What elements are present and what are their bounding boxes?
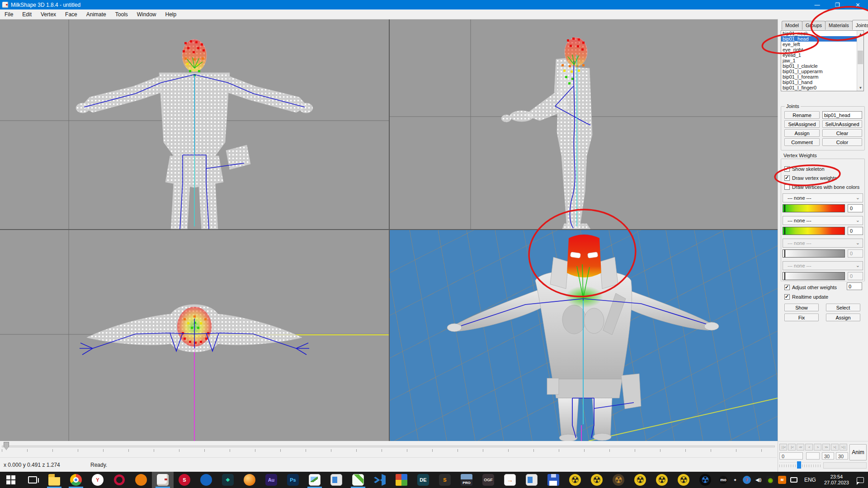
- bone-dropdown[interactable]: --- none --- ⌄: [783, 239, 863, 248]
- maximize-button[interactable]: ❐: [827, 0, 848, 9]
- joint-list-item[interactable]: eyelid_1: [781, 52, 857, 58]
- tray-satellite-icon[interactable]: ⌖: [729, 472, 741, 488]
- frame-current-field[interactable]: [779, 452, 803, 460]
- minimize-button[interactable]: —: [807, 0, 827, 9]
- yandex-icon[interactable]: Y: [87, 472, 108, 488]
- panel-tab[interactable]: Materials: [825, 21, 853, 30]
- realtime-update-checkbox[interactable]: Realtime update: [784, 294, 828, 300]
- substance-icon[interactable]: S: [174, 472, 195, 488]
- keyframe-bar[interactable]: [0, 441, 777, 457]
- joint-list-item[interactable]: bip01_l_upperarm: [781, 69, 857, 74]
- joint-list[interactable]: bip01_neckbip01_headeye_lefteye_righteye…: [781, 30, 864, 91]
- joint-list-item[interactable]: bip01_l_clavicle: [781, 63, 857, 69]
- menu-item[interactable]: File: [0, 10, 18, 19]
- joint-list-item[interactable]: bip01_head: [781, 36, 857, 42]
- rename-button[interactable]: Rename: [784, 111, 820, 119]
- stalker-icon-7[interactable]: ☢: [694, 472, 716, 488]
- image-viewer-icon[interactable]: [304, 472, 326, 488]
- weight-value[interactable]: 0: [848, 227, 863, 235]
- stalker-icon-6[interactable]: ☢: [673, 472, 694, 488]
- menu-item[interactable]: Help: [160, 10, 181, 19]
- frame-count-field-1[interactable]: [822, 452, 834, 460]
- panel-tab[interactable]: Model: [782, 21, 802, 30]
- xml-convert-icon[interactable]: →: [499, 472, 521, 488]
- assign-button[interactable]: Assign: [784, 129, 820, 137]
- menu-item[interactable]: Edit: [18, 10, 36, 19]
- anim-toggle-button[interactable]: Anim: [849, 444, 867, 460]
- tray-badge7-icon[interactable]: 7: [741, 472, 753, 488]
- weight-gradient-bar[interactable]: [783, 227, 845, 235]
- scroll-down-icon[interactable]: ▼: [857, 84, 864, 91]
- blocks-icon[interactable]: [391, 472, 412, 488]
- anim-nav-button[interactable]: >>: [822, 444, 830, 450]
- filmora-icon[interactable]: ❖: [217, 472, 239, 488]
- scroll-up-icon[interactable]: ▲: [857, 31, 864, 37]
- weight-gradient-bar[interactable]: [783, 272, 845, 280]
- chrome-icon[interactable]: [65, 472, 87, 488]
- vw-checkbox[interactable]: Show skeleton: [784, 166, 825, 172]
- select-button[interactable]: Select: [826, 304, 860, 311]
- anim-nav-button[interactable]: ||<: [779, 444, 787, 450]
- menu-item[interactable]: Animate: [82, 10, 111, 19]
- joint-name-field[interactable]: [822, 111, 862, 119]
- joint-list-item[interactable]: bip01_l_finger0: [781, 85, 857, 90]
- anim-nav-button[interactable]: <: [805, 444, 813, 450]
- window-app-icon[interactable]: [326, 472, 347, 488]
- viewport-front[interactable]: [0, 19, 389, 229]
- vw-checkbox[interactable]: Draw vertex weights: [784, 175, 837, 181]
- tray-nvidia-icon[interactable]: ◉: [764, 472, 776, 488]
- show-button[interactable]: Show: [784, 304, 819, 311]
- joint-list-item[interactable]: bip01_l_forearm: [781, 74, 857, 80]
- tray-java-icon[interactable]: ≋: [776, 472, 788, 488]
- comment-button[interactable]: Comment: [784, 138, 820, 146]
- clear-button[interactable]: Clear: [822, 129, 862, 137]
- stalker-icon-3[interactable]: ☢: [608, 472, 629, 488]
- ogf-icon[interactable]: OGF: [477, 472, 499, 488]
- fix-button[interactable]: Fix: [784, 314, 819, 321]
- language-indicator[interactable]: ENG: [800, 477, 821, 483]
- file-explorer-icon[interactable]: [43, 472, 65, 488]
- blender-icon[interactable]: [130, 472, 152, 488]
- sel-assigned-button[interactable]: SelAssigned: [784, 120, 820, 128]
- weight-gradient-bar[interactable]: [783, 249, 845, 258]
- color-button[interactable]: Color: [822, 138, 862, 146]
- anim-slider-thumb[interactable]: [797, 461, 801, 469]
- tray-mwo-icon[interactable]: mo: [717, 472, 729, 488]
- joint-list-item[interactable]: bip01_neck: [781, 31, 857, 36]
- anim-nav-button[interactable]: >||: [840, 444, 847, 450]
- notification-center-button[interactable]: [853, 472, 868, 488]
- bone-dropdown[interactable]: --- none --- ⌄: [783, 216, 863, 225]
- joint-list-item[interactable]: jaw_1: [781, 58, 857, 63]
- joint-list-item[interactable]: bip01_l_hand: [781, 80, 857, 85]
- photoshop-icon[interactable]: Ps: [282, 472, 304, 488]
- menu-item[interactable]: Face: [61, 10, 82, 19]
- window-app-icon[interactable]: [521, 472, 542, 488]
- viewport-top[interactable]: [0, 230, 389, 441]
- sublime-icon[interactable]: S: [434, 472, 456, 488]
- game-pro-icon[interactable]: PRO: [456, 472, 477, 488]
- viewport-3d[interactable]: [390, 230, 778, 441]
- milkshape-icon[interactable]: [152, 472, 174, 488]
- notepadpp-icon[interactable]: [347, 472, 369, 488]
- bone-dropdown[interactable]: --- none --- ⌄: [783, 261, 863, 270]
- scroll-thumb[interactable]: [858, 51, 863, 64]
- anim-nav-button[interactable]: |<: [788, 444, 796, 450]
- menu-item[interactable]: Window: [132, 10, 161, 19]
- anim-nav-button[interactable]: >: [814, 444, 821, 450]
- stalker-icon-1[interactable]: ☢: [564, 472, 586, 488]
- assign-weights-button[interactable]: Assign: [826, 314, 860, 321]
- weight-value[interactable]: 0: [848, 249, 863, 258]
- devexpress-icon[interactable]: DE: [412, 472, 434, 488]
- frame-blank-field[interactable]: [806, 452, 820, 460]
- audition-icon[interactable]: Au: [260, 472, 282, 488]
- panel-tab[interactable]: Groups: [802, 21, 826, 30]
- weight-gradient-bar[interactable]: [783, 204, 845, 212]
- opera-icon[interactable]: [108, 472, 130, 488]
- anim-nav-button[interactable]: <<: [797, 444, 804, 450]
- floppy-icon[interactable]: [542, 472, 564, 488]
- stalker-icon-2[interactable]: ☢: [586, 472, 608, 488]
- menu-item[interactable]: Tools: [111, 10, 132, 19]
- tray-network-icon[interactable]: [788, 472, 800, 488]
- adjust-weight-value-field[interactable]: [847, 282, 862, 290]
- robot-icon[interactable]: [195, 472, 217, 488]
